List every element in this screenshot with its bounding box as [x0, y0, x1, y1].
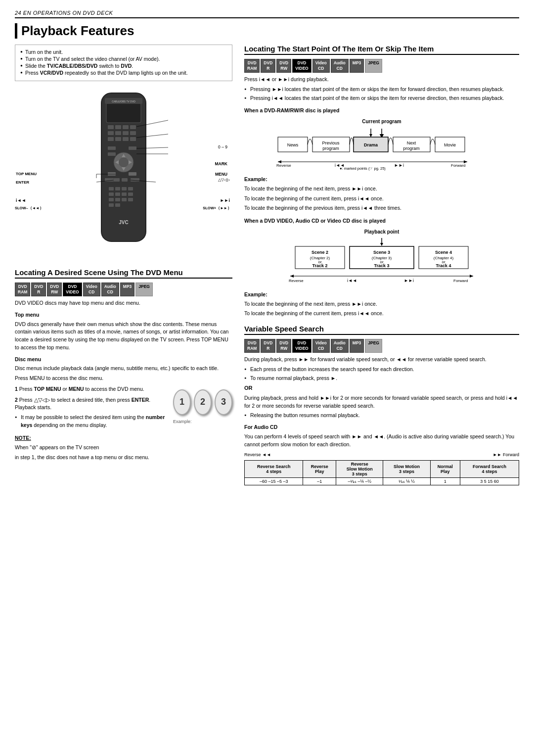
table-row-values: –60 –15 –5 –3 –1 –¹⁄₁₆ –¼ –½ ¹⁄₁₆ ¼ ½ 1 … — [245, 478, 519, 485]
step2: 2 Press △▽◁▷ to select a desired title, … — [15, 396, 166, 412]
s3-badge-dvd-ram: DVDRAM — [244, 339, 260, 353]
example1-1: To locate the beginning of the next item… — [244, 185, 519, 193]
section1-title: Locating A Desired Scene Using The DVD M… — [15, 268, 232, 279]
disc-menu-press: Press MENU to access the disc menu. — [15, 375, 232, 382]
svg-rect-36 — [115, 192, 120, 196]
svg-text:Reverse: Reverse — [276, 163, 291, 168]
audio-cd-text: You can perform 4 levels of speed search… — [244, 433, 519, 449]
section1-badges: DVDRAM DVDR DVDRW DVDVIDEO VideoCD Audio… — [15, 283, 232, 296]
example-label: Example: — [173, 419, 232, 424]
left-column: Turn on the unit. Turn on the TV and sel… — [15, 45, 232, 485]
svg-marker-63 — [369, 134, 372, 137]
page-lang: EN — [23, 10, 31, 16]
section3: Variable Speed Search DVDRAM DVDR DVDRW … — [244, 325, 519, 485]
section2: Locating The Start Point Of The Item Or … — [244, 45, 519, 318]
s3-bullet1: Each press of the button increases the s… — [244, 366, 519, 374]
th-forward-search: Forward Search4 steps — [460, 461, 519, 478]
s3-bullet2: To resume normal playback, press ►. — [244, 375, 519, 382]
step2-bullet: It may be possible to select the desired… — [15, 414, 166, 429]
badge-dvd-ram: DVDRAM — [15, 283, 30, 296]
speed-bar: Reverse ◄◄ ►► Forward — [244, 452, 519, 457]
section3-title: Variable Speed Search — [244, 325, 519, 335]
svg-rect-42 — [128, 198, 133, 201]
intro-item-1: Turn on the unit. — [20, 49, 227, 55]
svg-text:Previous: Previous — [322, 141, 340, 145]
s2-bullet1: Pressing ►►i locates the start point of … — [244, 86, 519, 94]
reverse-label: Reverse ◄◄ — [244, 452, 271, 457]
disc-menu-text: Disc menus include playback data (angle … — [15, 365, 232, 373]
section1-intro: DVD VIDEO discs may have top menu and di… — [15, 299, 232, 307]
note-title: NOTE: — [15, 434, 232, 442]
s2-badge-audio-cd: AudioCD — [331, 59, 349, 73]
svg-rect-37 — [122, 192, 127, 196]
top-menu-text: DVD discs generally have their own menus… — [15, 321, 232, 352]
svg-rect-22 — [108, 146, 116, 150]
svg-rect-30 — [122, 178, 128, 182]
intro-item-4: Press VCR/DVD repeatedly so that the DVD… — [20, 70, 227, 76]
svg-text:Track 2: Track 2 — [312, 263, 327, 268]
svg-text:JVC: JVC — [119, 220, 128, 225]
page-section-title: OPERATIONS ON DVD DECK — [33, 10, 113, 16]
svg-rect-40 — [115, 198, 120, 201]
svg-rect-9 — [115, 131, 121, 135]
disc-menu-title: Disc menu — [15, 356, 232, 364]
svg-rect-39 — [109, 198, 114, 201]
s2-badge-video-cd: VideoCD — [312, 59, 330, 73]
svg-text:Forward: Forward — [451, 163, 465, 168]
svg-rect-23 — [129, 146, 136, 150]
svg-rect-13 — [115, 137, 121, 141]
main-title: Playback Features — [15, 23, 519, 39]
intro-list: Turn on the unit. Turn on the TV and sel… — [20, 49, 227, 76]
section2-badges: DVDRAM DVDR DVDRW DVDVIDEO VideoCD Audio… — [244, 59, 519, 73]
svg-rect-28 — [131, 178, 139, 182]
intro-item-3: Slide the TV/CABLE/DBS/DVD switch to DVD… — [20, 63, 227, 69]
step-btn-1: 1 — [173, 389, 191, 415]
example2-2: To locate the beginning of the current i… — [244, 310, 519, 318]
badge-dvd-video: DVDVIDEO — [63, 283, 82, 296]
section1: Locating A Desired Scene Using The DVD M… — [15, 268, 232, 462]
example2-title: Example: — [244, 291, 519, 299]
top-menu-subsection: Top menu DVD discs generally have their … — [15, 311, 232, 352]
svg-rect-31 — [109, 187, 114, 190]
svg-text:►►i: ►►i — [404, 278, 414, 283]
td-slow-vals: ¹⁄₁₆ ¼ ½ — [383, 478, 430, 485]
section3-badges: DVDRAM DVDR DVDRW DVDVIDEO VideoCD Audio… — [244, 339, 519, 353]
svg-text:program: program — [403, 146, 420, 151]
td-forward-steps: 3 5 15 60 — [460, 478, 519, 485]
example2-1: To locate the beginning of the next item… — [244, 300, 519, 308]
example-title-1: Example: — [244, 176, 519, 184]
or-text: OR — [244, 384, 519, 392]
svg-marker-95 — [290, 275, 294, 278]
section2-intro: Press i◄◄ or ►►i during playback. — [244, 76, 519, 84]
forward-label: ►► Forward — [493, 452, 519, 457]
speed-table: Reverse Search4 steps ReversePlay Revers… — [244, 460, 519, 485]
step1: 1 Press TOP MENU or MENU to access the D… — [15, 385, 166, 393]
svg-rect-8 — [108, 131, 114, 135]
td-reverse-play-val: –1 — [303, 478, 336, 485]
badge-jpeg: JPEG — [135, 283, 153, 296]
svg-text:program: program — [322, 146, 339, 151]
s2-badge-dvd-r: DVDR — [261, 59, 275, 73]
remote-svg: CABLE/DBS TV DVD — [74, 88, 173, 256]
step-buttons-container: 1 2 3 Example: — [173, 385, 232, 424]
svg-rect-44 — [115, 203, 120, 207]
svg-rect-10 — [123, 131, 129, 135]
svg-text:Scene 2: Scene 2 — [312, 250, 328, 255]
steps-text: 1 Press TOP MENU or MENU to access the D… — [15, 385, 166, 430]
s3-badge-mp3: MP3 — [350, 339, 364, 353]
section3-para2: During playback, press and hold ►►i for … — [244, 394, 519, 410]
scene-diagram-svg: Scene 2 (Chapter 2) or Track 2 Scene 3 (… — [275, 236, 488, 286]
svg-rect-24 — [108, 152, 116, 156]
svg-rect-25 — [108, 172, 116, 176]
right-column: Locating The Start Point Of The Item Or … — [244, 45, 519, 485]
dvd-video-title: When a DVD VIDEO, Audio CD or Video CD d… — [244, 217, 519, 225]
svg-text:►►i: ►►i — [394, 163, 404, 168]
td-reverse-steps: –60 –15 –5 –3 — [245, 478, 303, 485]
example1-2: To locate the beginning of the current i… — [244, 195, 519, 203]
s3-badge-dvd-rw: DVDRW — [276, 339, 291, 353]
top-menu-title: Top menu — [15, 311, 232, 319]
intro-item-2: Turn on the TV and select the video chan… — [20, 56, 227, 62]
intro-box: Turn on the unit. Turn on the TV and sel… — [15, 45, 232, 81]
th-reverse-search: Reverse Search4 steps — [245, 461, 303, 478]
s2-badge-dvd-ram: DVDRAM — [244, 59, 260, 73]
